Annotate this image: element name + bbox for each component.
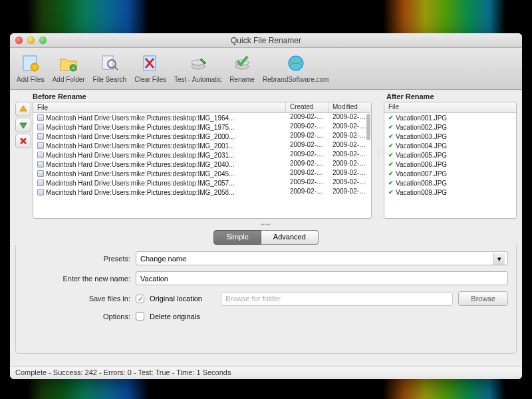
presets-select[interactable]: Change name [136, 251, 508, 265]
zoom-icon[interactable] [39, 37, 47, 44]
toolbar-label: Add Folder [53, 76, 85, 83]
col-created[interactable]: Created [286, 102, 329, 112]
file-icon [37, 114, 44, 121]
table-row[interactable]: ✔ Vacation004.JPG [384, 141, 516, 150]
table-row[interactable]: Macintosh Hard Drive:Users:mike:Pictures… [33, 122, 371, 132]
add-folder-button[interactable]: + Add Folder [50, 51, 88, 84]
table-row[interactable]: ✔ Vacation003.JPG [384, 132, 516, 141]
table-row[interactable]: ✔ Vacation001.JPG [384, 113, 516, 122]
cell-file: ✔ Vacation007.JPG [384, 169, 516, 178]
toolbar-label: Add Files [17, 76, 45, 83]
original-location-checkbox[interactable]: ✓ [136, 295, 144, 303]
table-row[interactable]: Macintosh Hard Drive:Users:mike:Pictures… [33, 150, 371, 160]
delete-originals-checkbox[interactable] [136, 312, 144, 321]
file-search-button[interactable]: File Search [90, 51, 130, 84]
horizontal-grip[interactable]: ━━ [10, 219, 522, 230]
add-files-button[interactable]: + Add Files [14, 51, 47, 84]
original-location-label: Original location [150, 295, 202, 303]
cell-created: 2009-02-1... [286, 169, 329, 178]
after-title: After Rename [384, 90, 517, 102]
test-automatic-button[interactable]: Test - Automatic [172, 51, 224, 84]
tab-advanced[interactable]: Advanced [261, 230, 319, 245]
before-pane: Before Rename File Created Modified Maci… [15, 90, 372, 219]
cell-modified: 2009-02-1... [329, 132, 371, 141]
before-body[interactable]: Macintosh Hard Drive:Users:mike:Pictures… [33, 113, 371, 218]
cell-file: Macintosh Hard Drive:Users:mike:Pictures… [33, 113, 286, 122]
search-icon [98, 52, 121, 74]
after-body[interactable]: ✔ Vacation001.JPG✔ Vacation002.JPG✔ Vaca… [384, 113, 516, 218]
check-icon: ✔ [388, 124, 394, 130]
cell-modified: 2009-02-1... [329, 122, 371, 132]
mode-tabs: Simple Advanced [10, 230, 522, 245]
file-icon [37, 152, 44, 158]
cell-modified: 2009-02-1... [329, 169, 371, 178]
remove-row-button[interactable] [15, 134, 31, 148]
newname-input[interactable]: Vacation [136, 271, 508, 285]
file-icon [37, 142, 44, 149]
col-file[interactable]: File [33, 102, 286, 112]
table-row[interactable]: Macintosh Hard Drive:Users:mike:Pictures… [33, 160, 371, 169]
scrollbar[interactable] [366, 114, 370, 140]
table-row[interactable]: ✔ Vacation008.JPG [384, 178, 516, 188]
cell-modified: 2009-02-1... [329, 178, 371, 188]
table-row[interactable]: Macintosh Hard Drive:Users:mike:Pictures… [33, 169, 371, 178]
table-row[interactable]: ✔ Vacation005.JPG [384, 150, 516, 160]
cell-created: 2009-02-1... [286, 150, 329, 160]
col-modified[interactable]: Modified [329, 102, 371, 112]
before-table[interactable]: File Created Modified Macintosh Hard Dri… [33, 102, 372, 219]
browse-button[interactable]: Browse [458, 291, 508, 306]
tab-simple[interactable]: Simple [213, 230, 261, 245]
delete-originals-label: Delete originals [150, 313, 200, 321]
site-link-button[interactable]: RebrandSoftware.com [260, 51, 332, 84]
pane-splitter[interactable]: ⋮ [376, 90, 380, 219]
globe-icon [285, 52, 307, 74]
table-row[interactable]: Macintosh Hard Drive:Users:mike:Pictures… [33, 188, 371, 197]
cell-modified: 2009-02-1... [329, 150, 371, 160]
file-icon [37, 133, 44, 140]
file-icon [37, 170, 44, 177]
check-icon: ✔ [388, 170, 394, 177]
table-row[interactable]: ✔ Vacation002.JPG [384, 122, 516, 132]
add-folder-icon: + [57, 52, 80, 74]
after-header: File [384, 102, 516, 113]
table-row[interactable]: Macintosh Hard Drive:Users:mike:Pictures… [33, 132, 371, 141]
table-row[interactable]: ✔ Vacation006.JPG [384, 160, 516, 169]
cell-file: ✔ Vacation003.JPG [384, 132, 516, 141]
minimize-icon[interactable] [27, 37, 35, 44]
table-row[interactable]: Macintosh Hard Drive:Users:mike:Pictures… [33, 178, 371, 188]
cell-file: Macintosh Hard Drive:Users:mike:Pictures… [33, 169, 286, 178]
titlebar[interactable]: Quick File Renamer [10, 33, 522, 48]
file-icon [37, 124, 44, 130]
file-icon [37, 189, 44, 196]
newname-label: Enter the new name: [24, 275, 130, 283]
cell-file: ✔ Vacation002.JPG [384, 122, 516, 132]
cell-created: 2009-02-1... [286, 160, 329, 169]
traffic-lights [15, 37, 47, 44]
form-panel: Presets: Change name Enter the new name:… [15, 245, 517, 354]
cell-modified: 2009-02-1... [329, 113, 371, 122]
cell-file: Macintosh Hard Drive:Users:mike:Pictures… [33, 132, 286, 141]
table-row[interactable]: ✔ Vacation007.JPG [384, 169, 516, 178]
rename-button[interactable]: Rename [227, 51, 257, 84]
cell-created: 2009-02-1... [286, 178, 329, 188]
folder-input[interactable]: Browse for folder [221, 292, 453, 306]
svg-text:+: + [72, 65, 75, 71]
toolbar-label: Rename [229, 76, 255, 83]
move-down-button[interactable] [15, 118, 31, 132]
check-icon: ✔ [388, 161, 394, 168]
table-row[interactable]: Macintosh Hard Drive:Users:mike:Pictures… [33, 141, 371, 150]
col-file[interactable]: File [384, 102, 516, 112]
close-icon[interactable] [15, 37, 23, 44]
cell-created: 2009-02-1... [286, 188, 329, 197]
toolbar-label: Test - Automatic [174, 76, 221, 83]
table-row[interactable]: ✔ Vacation009.JPG [384, 188, 516, 197]
after-table[interactable]: File ✔ Vacation001.JPG✔ Vacation002.JPG✔… [384, 102, 517, 219]
check-icon: ✔ [388, 189, 394, 196]
clear-files-button[interactable]: Clear Files [132, 51, 169, 84]
presets-label: Presets: [24, 255, 130, 263]
move-up-button[interactable] [15, 102, 31, 116]
toolbar: + Add Files + Add Folder File Search Cle… [10, 48, 522, 90]
row-action-buttons [15, 102, 31, 219]
window-title: Quick File Renamer [231, 36, 301, 45]
table-row[interactable]: Macintosh Hard Drive:Users:mike:Pictures… [33, 113, 371, 122]
